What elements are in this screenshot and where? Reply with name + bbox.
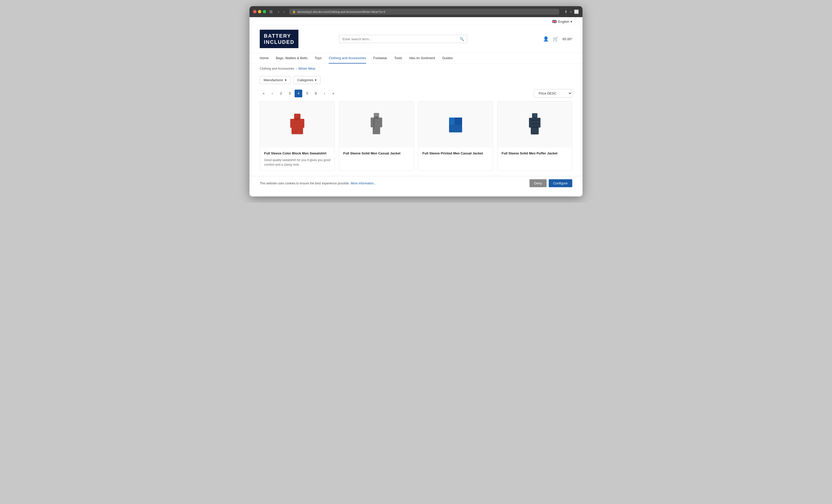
cookie-message: This website uses cookies to ensure the … (260, 182, 376, 185)
svg-rect-1 (290, 119, 293, 128)
svg-rect-15 (529, 118, 531, 128)
browser-window: ⊞ ‹ › 🔒 demoshop1.elio-dev.com/Clothing-… (250, 6, 582, 196)
page-next-button[interactable]: › (321, 90, 329, 97)
search-button[interactable]: 🔍 (460, 37, 464, 41)
lock-icon: 🔒 (292, 10, 296, 13)
sidebar-toggle-button[interactable]: ⊞ (269, 9, 272, 14)
minimize-button[interactable] (258, 10, 261, 13)
page-first-button[interactable]: « (260, 90, 267, 97)
manufacturer-chevron-icon: ▾ (285, 78, 287, 82)
flag-icon: 🇬🇧 (552, 19, 557, 24)
logo-line2: INCLUDED (264, 39, 294, 45)
product-info-1: Full Sleeve Color Block Men Sweatshirt G… (260, 148, 335, 170)
nav-item-neu[interactable]: Neu im Sortiment (409, 53, 435, 63)
search-bar: 🔍 (339, 35, 467, 43)
cookie-buttons: Deny Configure (529, 179, 572, 187)
svg-rect-7 (380, 117, 382, 127)
svg-rect-10 (373, 118, 374, 129)
categories-filter-label: Categories (297, 78, 314, 82)
manufacturer-filter-label: Manufacturer (264, 78, 283, 82)
search-icon: 🔍 (460, 37, 464, 41)
categories-filter[interactable]: Categories ▾ (293, 76, 321, 84)
language-label: English (558, 20, 569, 24)
traffic-lights (253, 10, 266, 13)
page-last-button[interactable]: » (330, 90, 337, 97)
nav-item-clothing[interactable]: Clothing and Accessories (329, 53, 366, 63)
svg-rect-2 (301, 119, 304, 128)
product-card-1[interactable]: Full Sleeve Color Block Men Sweatshirt G… (260, 101, 335, 171)
nav-item-toys[interactable]: Toys (315, 53, 321, 63)
cookie-more-info-link[interactable]: More information... (351, 182, 376, 185)
new-tab-button[interactable]: + (570, 9, 572, 14)
page-6-button[interactable]: 6 (312, 90, 320, 97)
svg-point-18 (532, 116, 537, 119)
page-2-button[interactable]: 2 (277, 90, 285, 97)
product-info-4: Full Sleeve Solid Men Puffer Jacket (497, 148, 572, 161)
breadcrumb: Clothing and Accessories › Winter Wear (250, 64, 582, 74)
svg-point-4 (294, 117, 300, 121)
product-card-2[interactable]: Full Sleeve Solid Men Casual Jacket (339, 101, 414, 171)
back-button[interactable]: ‹ (277, 9, 281, 15)
product-name-1: Full Sleeve Color Block Men Sweatshirt (264, 151, 331, 156)
cookie-configure-button[interactable]: Configure (549, 179, 572, 187)
filters-row: Manufacturer ▾ Categories ▾ (250, 74, 582, 87)
svg-point-9 (374, 116, 378, 119)
nav-item-tools[interactable]: Tools (394, 53, 402, 63)
svg-rect-6 (371, 117, 373, 127)
product-image-area-3 (418, 101, 493, 148)
language-chevron-icon: ▾ (570, 20, 572, 24)
maximize-button[interactable] (263, 10, 266, 13)
product-name-4: Full Sleeve Solid Men Puffer Jacket (501, 151, 568, 156)
nav-item-bags[interactable]: Bags, Wallets & Belts (276, 53, 308, 63)
language-selector[interactable]: 🇬🇧 English ▾ (552, 19, 572, 24)
cookie-deny-button[interactable]: Deny (529, 179, 546, 187)
nav-item-home[interactable]: Home (260, 53, 269, 63)
breadcrumb-parent[interactable]: Clothing and Accessories (260, 67, 294, 71)
product-desc-1: Good quality sweatshirt for you.It gives… (264, 158, 331, 167)
svg-rect-19 (531, 120, 539, 121)
svg-rect-20 (531, 123, 539, 125)
page-content: 🇬🇧 English ▾ BATTERY INCLUDED 🔍 👤 🛒 €0.0… (250, 17, 582, 196)
svg-rect-13 (455, 117, 462, 125)
cookie-bar: This website uses cookies to ensure the … (250, 176, 582, 190)
product-name-2: Full Sleeve Solid Men Casual Jacket (343, 151, 410, 156)
user-account-icon[interactable]: 👤 (543, 36, 549, 42)
forward-button[interactable]: › (282, 9, 286, 15)
page-5-button[interactable]: 5 (303, 90, 311, 97)
svg-rect-21 (531, 126, 539, 128)
sort-select[interactable]: Price DESC Price ASC Name A-Z Name Z-A (534, 89, 572, 98)
cart-total[interactable]: €0.00* (563, 37, 572, 41)
product-image-1 (288, 113, 306, 136)
product-image-area-2 (339, 101, 414, 148)
pagination-row: « ‹ 2 3 4 5 6 › » Price DESC Price ASC N… (250, 87, 582, 101)
url-text: demoshop1.elio-dev.com/Clothing-and-Acce… (297, 10, 385, 13)
page-prev-button[interactable]: ‹ (268, 90, 276, 97)
product-card-4[interactable]: Full Sleeve Solid Men Puffer Jacket (497, 101, 572, 171)
categories-chevron-icon: ▾ (315, 78, 317, 82)
browser-controls: ‹ › (277, 9, 286, 15)
product-name-3: Full Sleeve Printed Men Casual Jacket (422, 151, 489, 156)
product-image-area-1 (260, 101, 335, 148)
pagination: « ‹ 2 3 4 5 6 › » (260, 90, 337, 97)
page-4-button[interactable]: 4 (294, 90, 302, 97)
nav-item-guides[interactable]: Guides (442, 53, 452, 63)
product-image-2 (368, 113, 386, 136)
tab-overview-button[interactable]: ⬜ (574, 9, 579, 14)
page-3-button[interactable]: 3 (286, 90, 293, 97)
share-button[interactable]: ⬆ (564, 9, 568, 14)
browser-actions: ⬆ + ⬜ (564, 9, 579, 14)
address-bar[interactable]: 🔒 demoshop1.elio-dev.com/Clothing-and-Ac… (289, 9, 560, 15)
product-card-3[interactable]: Full Sleeve Printed Men Casual Jacket (418, 101, 493, 171)
manufacturer-filter[interactable]: Manufacturer ▾ (260, 76, 290, 84)
svg-rect-16 (538, 118, 541, 128)
product-info-3: Full Sleeve Printed Men Casual Jacket (418, 148, 493, 161)
nav-item-footwear[interactable]: Footwear (373, 53, 387, 63)
close-button[interactable] (253, 10, 256, 13)
cart-icon[interactable]: 🛒 (553, 36, 558, 42)
product-grid: Full Sleeve Color Block Men Sweatshirt G… (250, 101, 582, 176)
product-image-4 (526, 113, 544, 136)
logo[interactable]: BATTERY INCLUDED (260, 30, 298, 48)
search-input[interactable] (342, 37, 460, 41)
top-bar: 🇬🇧 English ▾ (250, 17, 582, 25)
header: BATTERY INCLUDED 🔍 👤 🛒 €0.00* (250, 25, 582, 53)
